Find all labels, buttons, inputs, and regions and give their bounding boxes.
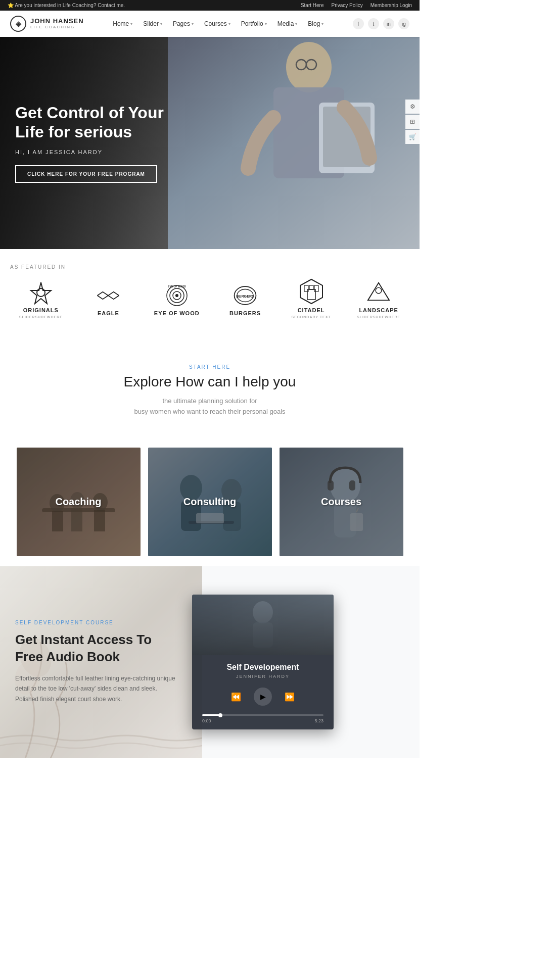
brand-eyeofwood: EYE OF WOOD EYE OF WOOD: [154, 283, 200, 316]
brand-landscape: LANDSCAPE SLIDERSUDEWHERE: [357, 280, 400, 319]
brand-originals: ORIGINALS SLIDERSUDEWHERE: [19, 280, 63, 319]
svg-rect-22: [309, 285, 313, 289]
logo[interactable]: ◈ JOHN HANSEN LIFE COACHING: [10, 16, 84, 32]
service-cards: Coaching: [0, 437, 420, 566]
consulting-card[interactable]: Consulting: [148, 448, 272, 556]
explore-desc: the ultimate planning solution for busy …: [10, 396, 409, 417]
logo-name: JOHN HANSEN: [30, 18, 84, 25]
audio-current-time: 0:00: [202, 718, 211, 723]
social-twitter[interactable]: t: [368, 18, 379, 29]
landscape-icon: [366, 280, 391, 305]
originals-name: ORIGINALS: [23, 307, 59, 313]
audio-times: 0:00 5:23: [202, 718, 323, 723]
eyeofwood-name: EYE OF WOOD: [154, 310, 200, 316]
logo-subtitle: LIFE COACHING: [30, 25, 84, 30]
citadel-icon: [299, 280, 324, 305]
nav-blog[interactable]: Blog ▾: [304, 18, 328, 30]
header: ◈ JOHN HANSEN LIFE COACHING Home ▾ Slide…: [0, 11, 420, 37]
settings-widget[interactable]: ⚙: [405, 100, 420, 114]
top-bar-notice: ⭐ Are you interested in Life Coaching? C…: [8, 3, 125, 8]
courses-label: Courses: [321, 496, 361, 508]
audio-info: Self Developement JENNIFER HARDY: [192, 655, 334, 681]
top-bar: ⭐ Are you interested in Life Coaching? C…: [0, 0, 420, 11]
hero-content: Get Control of Your Life for serious HI,…: [0, 83, 192, 204]
burgers-icon: BURGERS: [233, 283, 258, 308]
audio-progress-dot: [218, 713, 222, 717]
courses-card-overlay: Courses: [280, 448, 403, 556]
audio-thumbnail: [192, 595, 334, 655]
nav-slider[interactable]: Slider ▾: [139, 18, 166, 30]
grid-widget[interactable]: ⊞: [405, 115, 420, 129]
chevron-down-icon: ▾: [321, 22, 323, 26]
citadel-sub: SECONDARY TEXT: [291, 315, 331, 319]
audio-thumb-overlay: [192, 595, 334, 655]
chevron-down-icon: ▾: [130, 22, 132, 26]
main-nav: Home ▾ Slider ▾ Pages ▾ Courses ▾ Portfo…: [109, 18, 328, 30]
consulting-label: Consulting: [183, 496, 236, 508]
coaching-label: Coaching: [55, 496, 101, 508]
self-dev-content: SELF DEVELOPMENT COURSE Get Instant Acce…: [0, 595, 192, 729]
burgers-name: BURGERS: [229, 310, 261, 316]
svg-rect-21: [314, 285, 318, 291]
audio-rewind-button[interactable]: ⏪: [231, 692, 241, 702]
hero-title: Get Control of Your Life for serious: [15, 103, 177, 142]
audio-progress-fill: [202, 714, 220, 716]
brand-burgers: BURGERS BURGERS: [225, 283, 265, 316]
privacy-policy-link[interactable]: Privacy Policy: [331, 3, 362, 8]
audio-player-wrapper: Self Developement JENNIFER HARDY ⏪ ▶ ⏩ 0…: [192, 595, 334, 729]
social-facebook[interactable]: f: [353, 18, 364, 29]
hero-cta-button[interactable]: CLICK HERE FOR YOUR FREE PROGRAM: [15, 165, 157, 183]
self-development-section: SELF DEVELOPMENT COURSE Get Instant Acce…: [0, 566, 420, 758]
nav-courses[interactable]: Courses ▾: [200, 18, 235, 30]
membership-login-link[interactable]: Membership Login: [370, 3, 412, 8]
eagle-name: EAGLE: [98, 310, 119, 316]
social-links: f t in ig: [353, 18, 409, 29]
start-here-label: START HERE: [10, 364, 409, 370]
self-dev-badge: SELF DEVELOPMENT COURSE: [15, 620, 177, 625]
svg-rect-20: [304, 285, 308, 291]
brand-citadel: CITADEL SECONDARY TEXT: [291, 280, 332, 319]
featured-section: AS FEATURED IN ORIGINALS SLIDERSUDEWHERE…: [0, 249, 420, 334]
coaching-card[interactable]: Coaching: [17, 448, 141, 556]
explore-title: Explore How can I help you: [10, 374, 409, 390]
chevron-down-icon: ▾: [295, 22, 297, 26]
svg-text:EYE OF WOOD: EYE OF WOOD: [168, 285, 186, 288]
social-instagram[interactable]: ig: [398, 18, 409, 29]
audio-progress-bar[interactable]: [202, 714, 323, 716]
audio-player: Self Developement JENNIFER HARDY ⏪ ▶ ⏩ 0…: [192, 595, 334, 729]
nav-media[interactable]: Media ▾: [273, 18, 302, 30]
featured-logos: ORIGINALS SLIDERSUDEWHERE EAGLE EYE OF W…: [10, 280, 409, 319]
citadel-name: CITADEL: [298, 307, 325, 313]
svg-point-1: [286, 42, 332, 92]
svg-point-13: [175, 294, 178, 297]
nav-portfolio[interactable]: Portfolio ▾: [237, 18, 271, 30]
hero-person-image: [168, 37, 420, 249]
chevron-down-icon: ▾: [192, 22, 194, 26]
social-linkedin[interactable]: in: [383, 18, 394, 29]
start-here-link[interactable]: Start Here: [301, 3, 324, 8]
audio-forward-button[interactable]: ⏩: [285, 692, 295, 702]
chevron-down-icon: ▾: [265, 22, 267, 26]
chevron-down-icon: ▾: [160, 22, 162, 26]
originals-icon: [28, 280, 54, 305]
svg-text:BURGERS: BURGERS: [236, 294, 254, 298]
brand-eagle: EAGLE: [88, 283, 128, 316]
explore-section: START HERE Explore How can I help you th…: [0, 354, 420, 437]
landscape-sub: SLIDERSUDEWHERE: [357, 315, 400, 319]
audio-play-button[interactable]: ▶: [254, 688, 272, 706]
eagle-icon: [96, 283, 121, 308]
logo-icon: ◈: [10, 16, 26, 32]
self-dev-title: Get Instant Access To Free Audio Book: [15, 631, 177, 666]
consulting-card-overlay: Consulting: [148, 448, 272, 556]
courses-card[interactable]: Courses: [280, 448, 403, 556]
chevron-down-icon: ▾: [228, 22, 230, 26]
nav-pages[interactable]: Pages ▾: [169, 18, 198, 30]
audio-track-title: Self Developement: [202, 663, 323, 672]
nav-home[interactable]: Home ▾: [109, 18, 136, 30]
svg-point-24: [376, 287, 382, 293]
hero-subtitle: HI, I AM JESSICA HARDY: [15, 149, 177, 155]
svg-point-9: [37, 288, 45, 297]
audio-track-author: JENNIFER HARDY: [202, 674, 323, 679]
cart-widget[interactable]: 🛒: [405, 130, 420, 144]
eyeofwood-icon: EYE OF WOOD: [164, 283, 190, 308]
